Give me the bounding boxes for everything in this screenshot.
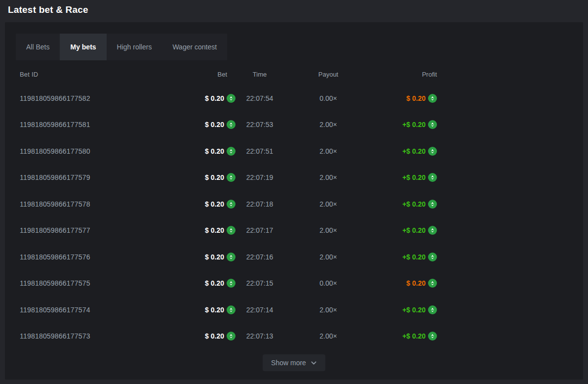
table-row[interactable]: 119818059866177578 $ 0.20 22:07:18 2.00×… bbox=[15, 191, 573, 217]
profit-value: +$ 0.20 bbox=[402, 226, 426, 234]
bet-payout: 2.00× bbox=[284, 121, 373, 128]
bet-payout: 2.00× bbox=[284, 332, 373, 340]
bet-amount: $ 0.20 bbox=[205, 200, 224, 208]
bet-payout: 2.00× bbox=[284, 306, 373, 314]
bet-time: 22:07:53 bbox=[235, 121, 284, 128]
bet-amount: $ 0.20 bbox=[205, 226, 224, 234]
bet-id: 119818059866177574 bbox=[20, 306, 133, 314]
bet-amount: $ 0.20 bbox=[205, 147, 224, 155]
bet-id: 119818059866177579 bbox=[20, 173, 133, 181]
bet-amount: $ 0.20 bbox=[205, 121, 224, 128]
tab-label: My bets bbox=[70, 43, 96, 51]
tab-label: Wager contest bbox=[172, 43, 217, 51]
column-header-bet: Bet bbox=[133, 71, 235, 78]
profit-value: +$ 0.20 bbox=[402, 147, 426, 155]
ethereum-classic-coin-icon bbox=[428, 200, 437, 209]
tab-label: High rollers bbox=[117, 43, 152, 51]
bet-amount: $ 0.20 bbox=[205, 253, 224, 261]
column-header-time: Time bbox=[235, 71, 284, 78]
ethereum-classic-coin-icon bbox=[227, 200, 235, 209]
table-row[interactable]: 119818059866177582 $ 0.20 22:07:54 0.00×… bbox=[15, 85, 573, 112]
bet-time: 22:07:15 bbox=[235, 279, 284, 287]
ethereum-classic-coin-icon bbox=[428, 332, 437, 341]
bet-payout: 0.00× bbox=[284, 94, 373, 102]
bet-payout: 2.00× bbox=[284, 226, 373, 234]
section-header: Latest bet & Race bbox=[0, 0, 588, 22]
table-row[interactable]: 119818059866177574 $ 0.20 22:07:14 2.00×… bbox=[15, 297, 573, 323]
bet-time: 22:07:54 bbox=[235, 94, 284, 102]
bet-payout: 2.00× bbox=[284, 147, 373, 155]
bet-id: 119818059866177573 bbox=[20, 332, 133, 340]
table-row[interactable]: 119818059866177576 $ 0.20 22:07:16 2.00×… bbox=[15, 244, 573, 270]
bet-payout: 0.00× bbox=[284, 279, 373, 287]
table-row[interactable]: 119818059866177579 $ 0.20 22:07:19 2.00×… bbox=[15, 165, 573, 191]
bet-time: 22:07:18 bbox=[235, 200, 284, 208]
tab-high-rollers[interactable]: High rollers bbox=[107, 34, 162, 60]
bet-time: 22:07:51 bbox=[235, 147, 284, 155]
show-more-button[interactable]: Show more bbox=[263, 354, 325, 371]
tab-all-bets[interactable]: All Bets bbox=[16, 34, 60, 60]
table-row[interactable]: 119818059866177580 $ 0.20 22:07:51 2.00×… bbox=[15, 138, 573, 165]
ethereum-classic-coin-icon bbox=[428, 147, 437, 156]
bet-time: 22:07:16 bbox=[235, 253, 284, 261]
show-more-label: Show more bbox=[271, 359, 306, 367]
bet-id: 119818059866177580 bbox=[20, 147, 133, 155]
ethereum-classic-coin-icon bbox=[227, 94, 235, 103]
bet-time: 22:07:19 bbox=[235, 173, 284, 181]
ethereum-classic-coin-icon bbox=[227, 147, 235, 156]
ethereum-classic-coin-icon bbox=[227, 253, 235, 261]
ethereum-classic-coin-icon bbox=[227, 332, 235, 341]
ethereum-classic-coin-icon bbox=[428, 279, 437, 288]
bet-amount: $ 0.20 bbox=[205, 94, 224, 102]
show-more-container: Show more bbox=[15, 354, 573, 371]
bet-time: 22:07:14 bbox=[235, 306, 284, 314]
profit-value: +$ 0.20 bbox=[402, 253, 426, 261]
bet-payout: 2.00× bbox=[284, 200, 373, 208]
profit-value: +$ 0.20 bbox=[402, 173, 426, 181]
bet-time: 22:07:17 bbox=[235, 226, 284, 234]
tab-label: All Bets bbox=[26, 43, 49, 51]
bet-id: 119818059866177577 bbox=[20, 226, 133, 234]
ethereum-classic-coin-icon bbox=[227, 120, 235, 129]
table-row[interactable]: 119818059866177575 $ 0.20 22:07:15 0.00×… bbox=[15, 270, 573, 297]
bet-payout: 2.00× bbox=[284, 253, 373, 261]
profit-value: +$ 0.20 bbox=[402, 332, 426, 340]
bet-id: 119818059866177576 bbox=[20, 253, 133, 261]
ethereum-classic-coin-icon bbox=[428, 94, 437, 103]
column-header-profit: Profit bbox=[373, 71, 437, 78]
bets-tab-bar: All Bets My bets High rollers Wager cont… bbox=[16, 34, 227, 60]
ethereum-classic-coin-icon bbox=[428, 305, 437, 314]
profit-value: $ 0.20 bbox=[406, 279, 426, 287]
column-header-bet-id: Bet ID bbox=[20, 71, 133, 78]
bet-amount: $ 0.20 bbox=[205, 279, 224, 287]
latest-bets-panel: All Bets My bets High rollers Wager cont… bbox=[5, 22, 583, 380]
profit-value: $ 0.20 bbox=[406, 94, 426, 102]
ethereum-classic-coin-icon bbox=[428, 173, 437, 182]
bet-id: 119818059866177582 bbox=[20, 94, 133, 102]
table-body: 119818059866177582 $ 0.20 22:07:54 0.00×… bbox=[15, 85, 573, 349]
ethereum-classic-coin-icon bbox=[227, 279, 235, 288]
ethereum-classic-coin-icon bbox=[428, 253, 437, 261]
ethereum-classic-coin-icon bbox=[428, 120, 437, 129]
bet-id: 119818059866177581 bbox=[20, 121, 133, 128]
ethereum-classic-coin-icon bbox=[227, 305, 235, 314]
bet-payout: 2.00× bbox=[284, 173, 373, 181]
page-title: Latest bet & Race bbox=[8, 4, 88, 15]
profit-value: +$ 0.20 bbox=[402, 200, 426, 208]
bet-id: 119818059866177575 bbox=[20, 279, 133, 287]
table-row[interactable]: 119818059866177577 $ 0.20 22:07:17 2.00×… bbox=[15, 217, 573, 244]
ethereum-classic-coin-icon bbox=[227, 226, 235, 235]
table-row[interactable]: 119818059866177573 $ 0.20 22:07:13 2.00×… bbox=[15, 323, 573, 350]
bet-id: 119818059866177578 bbox=[20, 200, 133, 208]
table-header-row: Bet ID Bet Time Payout Profit bbox=[15, 63, 573, 85]
tab-wager-contest[interactable]: Wager contest bbox=[162, 34, 227, 60]
table-row[interactable]: 119818059866177581 $ 0.20 22:07:53 2.00×… bbox=[15, 112, 573, 138]
ethereum-classic-coin-icon bbox=[227, 173, 235, 182]
profit-value: +$ 0.20 bbox=[402, 121, 426, 128]
bet-amount: $ 0.20 bbox=[205, 306, 224, 314]
column-header-payout: Payout bbox=[284, 71, 373, 78]
bet-time: 22:07:13 bbox=[235, 332, 284, 340]
tab-my-bets[interactable]: My bets bbox=[60, 34, 106, 60]
bet-amount: $ 0.20 bbox=[205, 332, 224, 340]
profit-value: +$ 0.20 bbox=[402, 306, 426, 314]
